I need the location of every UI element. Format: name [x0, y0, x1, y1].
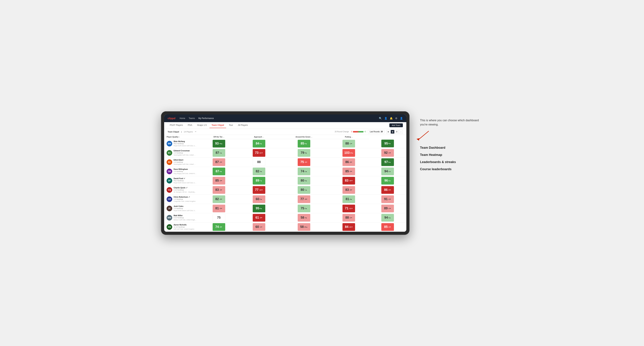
score-box-2-2: 75-3▼ — [298, 158, 310, 166]
score-main-3-2: 74 — [301, 170, 304, 173]
score-change-2-2: -3▼ — [304, 161, 308, 163]
search-icon[interactable]: 🔍 — [379, 117, 382, 120]
table-row[interactable]: EE Elliot Ebert 1-5 Handicap Sunningdale… — [164, 158, 406, 167]
player-cell-7: JC Josh Coles 1-5 Handicap Royal North D… — [164, 204, 199, 213]
score-box-2-1: 88 — [253, 158, 265, 166]
player-club-8: Woburn Golf Club, United Kingdom — [174, 219, 196, 221]
view-icons: ⊞ ▦ ☰ ↓ — [386, 130, 403, 134]
score-box-7-0: 81-3▼ — [212, 205, 225, 212]
col-header-tee[interactable]: Off the Tee — — [199, 135, 239, 139]
avatar-3: DB — [166, 169, 172, 174]
settings-icon[interactable]: ⚙ — [395, 117, 398, 120]
table-row[interactable]: CQ Charlie Quick ✓ 6-10 Handicap St. Geo… — [164, 185, 406, 194]
score-cell-4-2: 803▲ — [279, 176, 329, 185]
table-row[interactable]: EC Edward Crossman 1-5 Handicap Sunningd… — [164, 148, 406, 158]
score-cell-4-4: 963▲ — [369, 176, 406, 185]
score-change-8-2: 4▲ — [305, 217, 307, 219]
score-change-5-0: -3▼ — [220, 189, 222, 191]
tab-all-players[interactable]: All Players — [236, 123, 250, 128]
score-change-6-4: -3▼ — [388, 198, 391, 200]
score-main-5-1: 77 — [255, 188, 258, 192]
score-main-5-4: 86 — [384, 188, 388, 192]
col-header-putting[interactable]: Putting — — [329, 135, 369, 139]
score-cell-1-3: 10315▲ — [329, 148, 369, 158]
tablet-screen: clippd Home Teams My Performance 🔍 👤 🔔 ⚙… — [164, 114, 406, 232]
score-box-3-1: 824▲ — [253, 168, 265, 175]
table-row[interactable]: AN Aaron Nicholls 11-15 Handicap Drift G… — [164, 222, 406, 231]
score-cell-1-1: 73-11▼ — [239, 148, 279, 158]
nav-link-myperformance[interactable]: My Performance — [198, 117, 214, 120]
score-box-1-4: 92-3▼ — [381, 149, 394, 157]
score-main-1-0: 87 — [216, 151, 219, 155]
score-main-1-1: 73 — [255, 151, 258, 155]
player-cell-4: DF David Ford ✓ Plus Handicap Royal Nort… — [164, 176, 199, 185]
tab-team-clippd[interactable]: Team Clippd — [210, 123, 226, 128]
score-cell-9-3: 84-21▼ — [329, 222, 369, 231]
edit-icon[interactable]: ✏ — [195, 131, 196, 133]
player-name-6: Chris Robertson ✓ — [174, 196, 196, 198]
add-team-button[interactable]: Add Team — [390, 123, 403, 127]
score-cell-8-4: 943▲ — [369, 213, 406, 222]
score-main-0-2: 85 — [301, 142, 304, 145]
col-header-around[interactable]: Around the Green — — [279, 135, 329, 139]
score-cell-7-1: 958▲ — [239, 204, 279, 213]
score-change-9-1: -1▼ — [260, 226, 262, 228]
bell-icon[interactable]: 🔔 — [390, 117, 393, 120]
view-grid-button[interactable]: ⊞ — [386, 130, 390, 134]
score-cell-6-3: 814▲ — [329, 194, 369, 204]
tab-pgat[interactable]: PGAT Players — [168, 123, 185, 128]
nav-logo: clippd — [168, 117, 175, 120]
score-box-6-4: 91-3▼ — [381, 195, 394, 203]
user-icon[interactable]: 👤 — [384, 117, 387, 120]
score-change-5-4: -8▼ — [388, 189, 391, 191]
score-box-6-2: 77-3▼ — [298, 195, 310, 203]
annotation-intro-text: This is where you can choose which dashb… — [420, 118, 483, 127]
score-cell-5-1: 77-14▼ — [239, 185, 279, 194]
last-rounds-button[interactable]: Last Rounds: 20 — [368, 130, 385, 133]
table-row[interactable]: DF David Ford ✓ Plus Handicap Royal Nort… — [164, 176, 406, 185]
col-header-player[interactable]: Player Quality ▾ — [164, 135, 199, 139]
player-count: 14 Players — [184, 131, 193, 133]
score-main-8-3: 88 — [346, 216, 349, 219]
avatar-icon[interactable]: 👤 — [400, 117, 403, 120]
score-main-8-0: 75 — [217, 216, 221, 219]
col-header-approach[interactable]: Approach — — [239, 135, 279, 139]
player-hcap-8: 6-10 Handicap — [174, 217, 196, 219]
score-box-6-0: 82-3▼ — [212, 195, 225, 203]
nav-link-home[interactable]: Home — [180, 117, 185, 120]
table-row[interactable]: DB Dave Billingham 1-5 Handicap Gog Mago… — [164, 167, 406, 176]
nav-link-teams[interactable]: Teams — [189, 117, 195, 120]
view-heatmap-button[interactable]: ▦ — [390, 130, 394, 134]
tablet-frame: clippd Home Teams My Performance 🔍 👤 🔔 ⚙… — [161, 111, 410, 235]
score-change-6-1: 2▲ — [260, 198, 262, 200]
table-header-row: Player Quality ▾ Off the Tee — Approach … — [164, 135, 406, 139]
change-bar: -5 +5 — [351, 131, 366, 133]
score-box-7-3: 71-11▼ — [342, 205, 355, 212]
table-row[interactable]: JC Josh Coles 1-5 Handicap Royal North D… — [164, 204, 406, 213]
tab-pga[interactable]: PGA — [186, 123, 194, 128]
view-list-button[interactable]: ☰ — [395, 130, 399, 134]
table-row[interactable]: MM Matt Miller 6-10 Handicap Woburn Golf… — [164, 213, 406, 222]
score-main-0-1: 84 — [256, 142, 259, 145]
score-change-7-1: 8▲ — [260, 208, 262, 209]
score-change-5-2: 1▲ — [305, 189, 307, 191]
score-main-7-0: 81 — [216, 206, 219, 210]
score-change-0-2: 8▲ — [305, 143, 307, 145]
table-row[interactable]: BM Blair McHarg Plus Handicap Royal Nort… — [164, 139, 406, 148]
score-cell-3-4: 941▲ — [369, 167, 406, 176]
score-cell-9-0: 74-8▼ — [199, 222, 239, 231]
player-hcap-9: 11-15 Handicap — [174, 226, 194, 228]
score-box-3-2: 741▲ — [298, 168, 310, 175]
score-change-8-1: -3▼ — [260, 217, 262, 219]
annotation-item-2: Leaderboards & streaks — [420, 160, 483, 164]
tab-tour[interactable]: Tour — [227, 123, 235, 128]
tab-hcaps[interactable]: Hcaps 1-5 — [195, 123, 209, 128]
score-change-3-1: 4▲ — [260, 171, 262, 172]
table-row[interactable]: CR Chris Robertson ✓ 1-5 Handicap Craigm… — [164, 194, 406, 204]
score-change-2-3: -6▼ — [350, 161, 352, 163]
score-box-2-3: 86-6▼ — [342, 158, 355, 166]
score-box-7-4: 89-2▼ — [381, 205, 394, 212]
player-hcap-0: Plus Handicap — [174, 143, 196, 145]
view-export-button[interactable]: ↓ — [399, 130, 403, 134]
svg-line-0 — [418, 131, 429, 140]
